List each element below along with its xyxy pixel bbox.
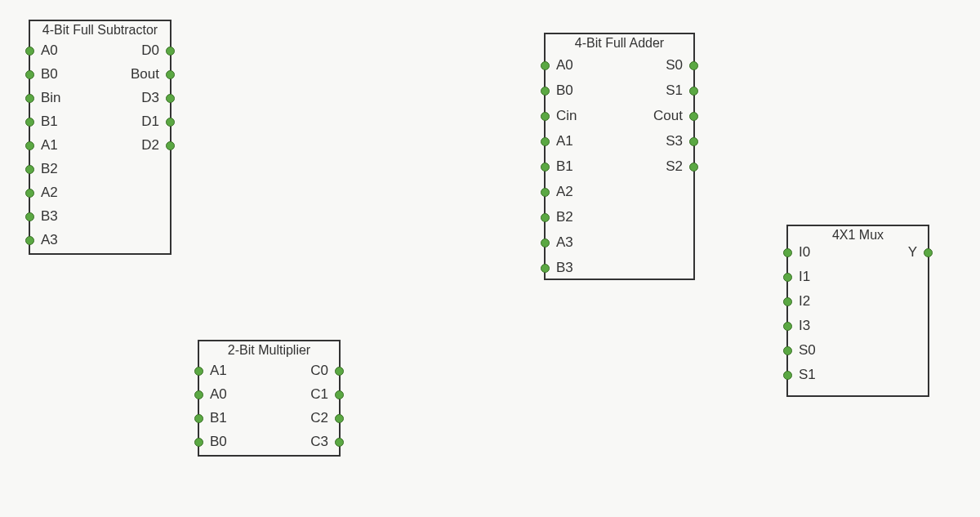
mux-input-pin[interactable]: S1 (783, 363, 816, 386)
pin-dot-icon[interactable] (541, 188, 550, 197)
pin-dot-icon[interactable] (25, 236, 34, 245)
pin-dot-icon[interactable] (689, 61, 698, 70)
pin-dot-icon[interactable] (689, 137, 698, 146)
pin-label: D1 (141, 114, 159, 130)
pin-dot-icon[interactable] (541, 112, 550, 121)
multiplier-output-pin[interactable]: C3 (310, 430, 344, 453)
pin-dot-icon[interactable] (783, 297, 792, 306)
subtractor-input-pin[interactable]: B3 (25, 205, 58, 228)
pin-dot-icon[interactable] (783, 273, 792, 282)
subtractor-input-pin[interactable]: A1 (25, 134, 58, 157)
multiplier-output-pin[interactable]: C1 (310, 383, 344, 406)
pin-dot-icon[interactable] (783, 322, 792, 331)
adder-output-pin[interactable]: S3 (666, 130, 698, 153)
pin-dot-icon[interactable] (166, 118, 175, 127)
adder-input-pin[interactable]: B0 (541, 79, 573, 102)
pin-dot-icon[interactable] (783, 248, 792, 257)
pin-label: S2 (666, 158, 683, 175)
pin-dot-icon[interactable] (25, 118, 34, 127)
adder-output-pin[interactable]: Cout (653, 105, 698, 127)
subtractor-input-pin[interactable]: A0 (25, 39, 58, 62)
adder-input-pin[interactable]: A3 (541, 231, 573, 254)
pin-dot-icon[interactable] (25, 212, 34, 221)
pin-dot-icon[interactable] (25, 141, 34, 150)
mux-input-pin[interactable]: I1 (783, 265, 810, 288)
subtractor-input-pin[interactable]: A3 (25, 229, 58, 252)
adder-block[interactable]: 4-Bit Full Adder A0B0CinA1B1A2B2A3B3S0S1… (544, 33, 695, 280)
adder-input-pin[interactable]: B1 (541, 155, 573, 178)
subtractor-input-pin[interactable]: Bin (25, 87, 61, 109)
subtractor-input-pin[interactable]: B1 (25, 110, 58, 133)
subtractor-input-pin[interactable]: A2 (25, 181, 58, 204)
pin-label: B2 (41, 161, 58, 177)
pin-dot-icon[interactable] (25, 189, 34, 198)
adder-output-pin[interactable]: S2 (666, 155, 698, 178)
pin-dot-icon[interactable] (25, 47, 34, 56)
multiplier-input-pin[interactable]: A1 (194, 359, 227, 382)
mux-input-pin[interactable]: I0 (783, 241, 810, 264)
pin-label: Cout (653, 108, 683, 124)
multiplier-input-pin[interactable]: A0 (194, 383, 227, 406)
adder-output-pin[interactable]: S0 (666, 54, 698, 77)
adder-input-pin[interactable]: B3 (541, 256, 573, 279)
pin-label: S0 (666, 57, 683, 74)
multiplier-input-pin[interactable]: B1 (194, 407, 227, 430)
pin-dot-icon[interactable] (166, 47, 175, 56)
multiplier-input-pin[interactable]: B0 (194, 430, 227, 453)
pin-dot-icon[interactable] (25, 165, 34, 174)
pin-dot-icon[interactable] (194, 367, 203, 376)
subtractor-output-pin[interactable]: D0 (141, 39, 175, 62)
subtractor-output-pin[interactable]: Bout (131, 63, 175, 86)
mux-input-pin[interactable]: S0 (783, 339, 816, 362)
subtractor-input-pin[interactable]: B0 (25, 63, 58, 86)
pin-label: C2 (310, 410, 328, 426)
pin-dot-icon[interactable] (924, 248, 933, 257)
pin-dot-icon[interactable] (335, 390, 344, 399)
pin-dot-icon[interactable] (541, 137, 550, 146)
subtractor-output-pin[interactable]: D1 (141, 110, 175, 133)
adder-input-pin[interactable]: A2 (541, 181, 573, 203)
pin-dot-icon[interactable] (166, 141, 175, 150)
pin-dot-icon[interactable] (541, 213, 550, 222)
subtractor-block[interactable]: 4-Bit Full Subtractor A0B0BinB1A1B2A2B3A… (29, 20, 172, 255)
pin-dot-icon[interactable] (783, 346, 792, 355)
pin-dot-icon[interactable] (335, 367, 344, 376)
pin-dot-icon[interactable] (335, 414, 344, 423)
pin-dot-icon[interactable] (541, 87, 550, 96)
pin-dot-icon[interactable] (689, 163, 698, 172)
pin-dot-icon[interactable] (194, 438, 203, 447)
pin-dot-icon[interactable] (783, 371, 792, 380)
adder-input-pin[interactable]: A0 (541, 54, 573, 77)
pin-dot-icon[interactable] (25, 70, 34, 79)
pin-dot-icon[interactable] (194, 414, 203, 423)
pin-dot-icon[interactable] (25, 94, 34, 103)
adder-input-pin[interactable]: B2 (541, 206, 573, 229)
pin-dot-icon[interactable] (541, 61, 550, 70)
pin-dot-icon[interactable] (541, 264, 550, 273)
pin-dot-icon[interactable] (541, 238, 550, 247)
multiplier-block[interactable]: 2-Bit Multiplier A1A0B1B0C0C1C2C3 (198, 340, 341, 457)
pin-dot-icon[interactable] (335, 438, 344, 447)
subtractor-input-pin[interactable]: B2 (25, 158, 58, 181)
pin-dot-icon[interactable] (194, 390, 203, 399)
pin-label: S1 (666, 82, 683, 99)
mux-output-pin[interactable]: Y (908, 241, 933, 264)
pin-dot-icon[interactable] (541, 163, 550, 172)
multiplier-output-pin[interactable]: C2 (310, 407, 344, 430)
adder-input-pin[interactable]: Cin (541, 105, 577, 127)
mux-block[interactable]: 4X1 Mux I0I1I2I3S0S1Y (786, 225, 929, 397)
mux-input-pin[interactable]: I3 (783, 314, 810, 337)
adder-title: 4-Bit Full Adder (546, 34, 693, 52)
multiplier-output-pin[interactable]: C0 (310, 359, 344, 382)
pin-label: D2 (141, 137, 159, 154)
pin-dot-icon[interactable] (689, 112, 698, 121)
pin-dot-icon[interactable] (166, 70, 175, 79)
subtractor-output-pin[interactable]: D3 (141, 87, 175, 109)
mux-input-pin[interactable]: I2 (783, 290, 810, 313)
pin-label: A3 (41, 232, 58, 248)
adder-input-pin[interactable]: A1 (541, 130, 573, 153)
subtractor-output-pin[interactable]: D2 (141, 134, 175, 157)
adder-output-pin[interactable]: S1 (666, 79, 698, 102)
pin-dot-icon[interactable] (166, 94, 175, 103)
pin-dot-icon[interactable] (689, 87, 698, 96)
